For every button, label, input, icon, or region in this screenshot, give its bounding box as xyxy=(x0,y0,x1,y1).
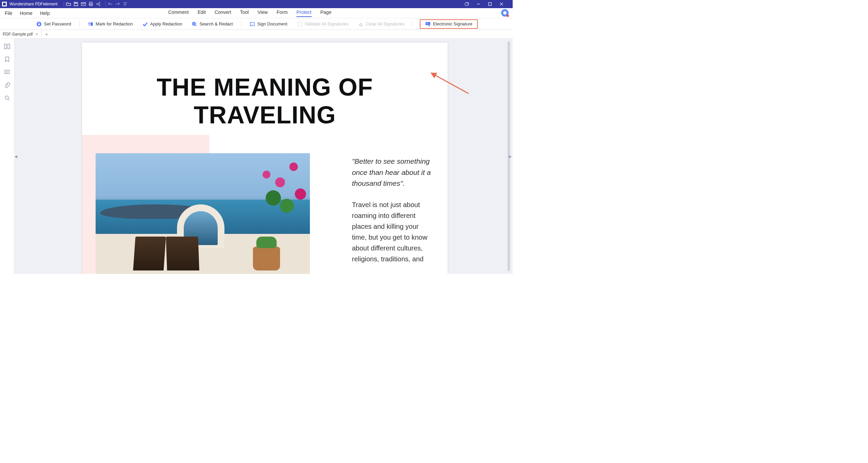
comments-icon[interactable] xyxy=(4,69,10,75)
sign-document-icon xyxy=(250,21,255,27)
document-photo xyxy=(96,153,310,274)
bookmark-icon[interactable] xyxy=(4,56,10,62)
menu-help[interactable]: Help xyxy=(40,11,50,16)
open-file-icon[interactable] xyxy=(66,2,74,6)
clear-signatures-icon xyxy=(358,21,363,27)
svg-rect-15 xyxy=(298,22,302,26)
apply-redaction-label: Apply Redaction xyxy=(150,21,182,26)
titlebar-separator xyxy=(105,2,106,6)
set-password-button[interactable]: Set Password xyxy=(35,21,73,27)
titlebar-separator xyxy=(64,2,64,6)
pdf-page: THE MEANING OF TRAVELING "Better to see … xyxy=(82,43,448,274)
menu-edit[interactable]: Edit xyxy=(198,9,206,17)
lock-icon xyxy=(36,21,42,27)
search-icon[interactable] xyxy=(4,95,10,101)
svg-point-4 xyxy=(97,3,98,5)
svg-text:T: T xyxy=(88,22,91,27)
search-redact-button[interactable]: Search & Redact xyxy=(190,21,234,27)
mark-redaction-label: Mark for Redaction xyxy=(96,21,133,26)
undo-icon[interactable] xyxy=(108,2,115,6)
print-icon[interactable] xyxy=(88,2,96,6)
svg-rect-7 xyxy=(465,3,468,6)
validate-signatures-label: Validate All Signatures xyxy=(305,21,349,26)
svg-rect-1 xyxy=(90,2,92,3)
mark-redaction-button[interactable]: T Mark for Redaction xyxy=(86,21,134,27)
mark-redaction-icon: T xyxy=(88,21,93,27)
window-popup-icon[interactable] xyxy=(465,2,476,6)
maximize-button[interactable] xyxy=(488,2,499,6)
menu-view[interactable]: View xyxy=(258,9,268,17)
svg-rect-17 xyxy=(4,44,6,49)
ribbon-separator xyxy=(413,21,413,27)
attachments-icon[interactable] xyxy=(4,82,10,88)
quick-access-dropdown-icon[interactable] xyxy=(123,2,130,6)
sign-document-label: Sign Document xyxy=(257,21,288,26)
add-tab-button[interactable]: + xyxy=(42,31,52,37)
close-button[interactable] xyxy=(499,2,511,6)
svg-rect-12 xyxy=(91,22,93,26)
menu-home[interactable]: Home xyxy=(20,11,33,16)
validate-signatures-icon xyxy=(297,21,302,27)
save-icon[interactable] xyxy=(74,2,81,6)
menu-convert[interactable]: Convert xyxy=(215,9,231,17)
apply-redaction-icon xyxy=(142,21,148,27)
sign-document-button[interactable]: Sign Document xyxy=(248,21,289,27)
menu-tool[interactable]: Tool xyxy=(240,9,249,17)
clear-signatures-label: Clear All Signatures xyxy=(366,21,405,26)
document-tab[interactable]: PDF-Sample.pdf × xyxy=(0,30,42,38)
collapse-right-panel-icon[interactable]: ▶ xyxy=(509,152,512,160)
svg-rect-8 xyxy=(489,3,492,6)
menu-protect[interactable]: Protect xyxy=(296,9,311,17)
app-title: Wondershare PDFelement xyxy=(9,2,58,6)
clear-signatures-button: Clear All Signatures xyxy=(357,21,406,27)
mail-icon[interactable] xyxy=(81,2,88,6)
search-redact-label: Search & Redact xyxy=(199,21,233,26)
account-avatar[interactable] xyxy=(501,9,509,17)
document-tab-label: PDF-Sample.pdf xyxy=(3,32,33,37)
search-redact-icon xyxy=(192,21,197,27)
redo-icon[interactable] xyxy=(115,2,123,6)
document-heading: THE MEANING OF TRAVELING xyxy=(82,73,448,129)
apply-redaction-button[interactable]: Apply Redaction xyxy=(141,21,184,27)
ribbon-separator xyxy=(241,21,241,27)
close-tab-icon[interactable]: × xyxy=(36,32,38,37)
svg-rect-10 xyxy=(38,24,40,25)
app-logo-icon xyxy=(2,2,7,6)
minimize-button[interactable] xyxy=(476,2,488,6)
set-password-label: Set Password xyxy=(44,21,71,26)
document-body-text: Travel is not just about roaming into di… xyxy=(352,199,435,264)
svg-point-13 xyxy=(192,22,196,25)
thumbnails-icon[interactable] xyxy=(4,43,10,49)
svg-rect-19 xyxy=(5,70,9,74)
ribbon-separator xyxy=(79,21,80,27)
svg-rect-18 xyxy=(8,44,10,49)
electronic-signature-label: Electronic Signature xyxy=(433,21,472,26)
menu-form[interactable]: Form xyxy=(277,9,288,17)
document-canvas[interactable]: THE MEANING OF TRAVELING "Better to see … xyxy=(14,39,513,274)
svg-rect-14 xyxy=(250,22,254,26)
share-icon[interactable] xyxy=(96,2,103,6)
electronic-signature-button[interactable]: Electronic Signature xyxy=(420,19,478,29)
menu-comment[interactable]: Comment xyxy=(168,9,189,17)
document-quote: "Better to see something once than hear … xyxy=(352,156,435,189)
menu-file[interactable]: File xyxy=(5,11,13,16)
menu-page[interactable]: Page xyxy=(320,9,332,17)
svg-point-5 xyxy=(99,2,100,4)
validate-signatures-button: Validate All Signatures xyxy=(296,21,350,27)
svg-point-20 xyxy=(5,96,8,99)
electronic-signature-icon xyxy=(425,21,431,27)
svg-point-6 xyxy=(99,5,100,6)
